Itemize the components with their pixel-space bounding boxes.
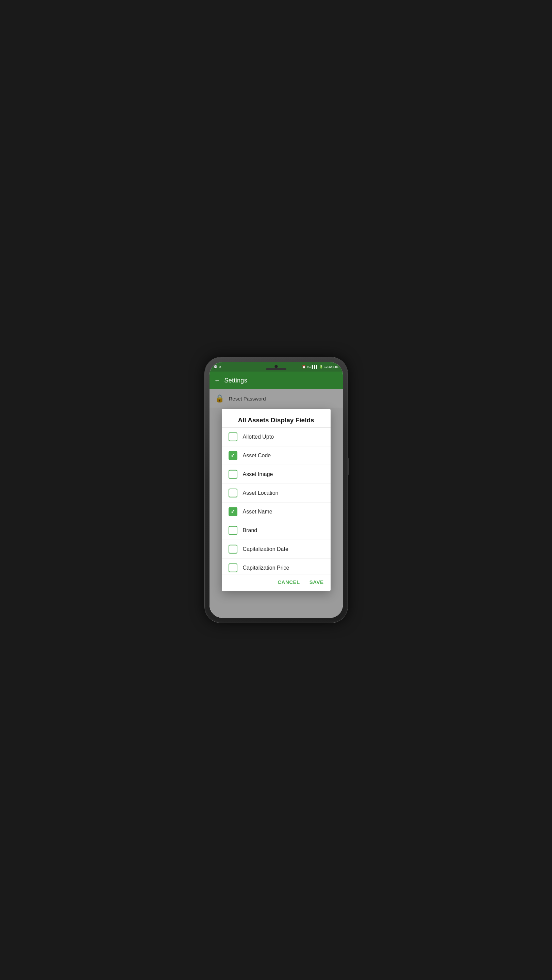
- all-assets-dialog: All Assets Display Fields Allotted Upto …: [222, 409, 331, 591]
- checkbox-asset-name[interactable]: [228, 508, 237, 516]
- phone-screen: 💬 M ⏰ 4G ▌▌▌ 🔋 12:42 p.m. ← Settings: [209, 362, 343, 618]
- dialog-actions: CANCEL SAVE: [222, 574, 331, 591]
- status-left-icons: 💬 M: [214, 365, 221, 369]
- checkbox-cap-price[interactable]: [228, 563, 237, 572]
- status-time: 12:42 p.m.: [324, 365, 339, 369]
- label-asset-location: Asset Location: [243, 490, 279, 496]
- label-cap-date: Capitalization Date: [243, 546, 289, 552]
- cancel-button[interactable]: CANCEL: [276, 578, 301, 586]
- camera: [274, 365, 278, 368]
- label-asset-code: Asset Code: [243, 453, 271, 459]
- speaker: [266, 368, 286, 370]
- checkbox-brand[interactable]: [228, 526, 237, 535]
- label-asset-image: Asset Image: [243, 471, 273, 477]
- list-item[interactable]: Allotted Upto: [222, 428, 331, 447]
- screen-content: 💬 M ⏰ 4G ▌▌▌ 🔋 12:42 p.m. ← Settings: [209, 362, 343, 618]
- checkbox-asset-image[interactable]: [228, 470, 237, 479]
- checkbox-asset-code[interactable]: [228, 451, 237, 460]
- label-allotted-upto: Allotted Upto: [243, 434, 274, 440]
- signal-4g: 4G: [307, 365, 311, 369]
- message-icon: 💬: [214, 365, 217, 369]
- list-item[interactable]: Asset Image: [222, 465, 331, 484]
- dialog-checklist: Allotted Upto Asset Code Asset Image: [222, 428, 331, 574]
- checkbox-cap-date[interactable]: [228, 545, 237, 554]
- side-button: [347, 458, 349, 475]
- save-button[interactable]: SAVE: [308, 578, 325, 586]
- checkbox-asset-location[interactable]: [228, 488, 237, 498]
- list-item[interactable]: Brand: [222, 521, 331, 540]
- wifi-signal-icon: ▌▌▌: [312, 365, 318, 369]
- alarm-icon: ⏰: [302, 365, 306, 369]
- label-brand: Brand: [243, 527, 257, 533]
- dialog-title: All Assets Display Fields: [222, 409, 331, 428]
- list-item[interactable]: Asset Code: [222, 447, 331, 465]
- settings-background: 🔒 Reset Password All Assets Display Fiel…: [209, 389, 343, 618]
- label-asset-name: Asset Name: [243, 509, 273, 515]
- battery-icon: 🔋: [319, 365, 323, 369]
- nav-bar: ← Settings: [209, 372, 343, 389]
- gmail-icon: M: [219, 365, 221, 369]
- label-cap-price: Capitalization Price: [243, 565, 289, 571]
- list-item[interactable]: Asset Location: [222, 484, 331, 503]
- list-item[interactable]: Asset Name: [222, 503, 331, 521]
- back-button[interactable]: ←: [214, 377, 220, 384]
- status-right-icons: ⏰ 4G ▌▌▌ 🔋 12:42 p.m.: [302, 365, 339, 369]
- list-item[interactable]: Capitalization Date: [222, 540, 331, 559]
- nav-title: Settings: [224, 377, 247, 384]
- list-item[interactable]: Capitalization Price: [222, 559, 331, 574]
- checkbox-allotted-upto[interactable]: [228, 433, 237, 441]
- phone-device: 💬 M ⏰ 4G ▌▌▌ 🔋 12:42 p.m. ← Settings: [205, 357, 347, 623]
